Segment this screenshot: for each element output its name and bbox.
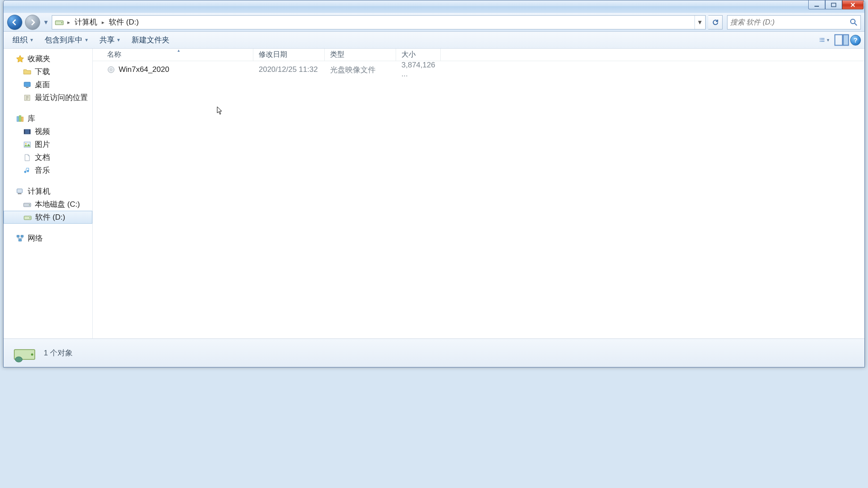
include-library-menu[interactable]: 包含到库中▼ xyxy=(39,33,94,47)
library-header[interactable]: 库 xyxy=(4,112,92,125)
svg-point-4 xyxy=(851,19,855,24)
drive-large-icon xyxy=(12,342,37,364)
search-input[interactable] xyxy=(730,16,850,29)
help-button[interactable]: ? xyxy=(850,35,861,46)
star-icon xyxy=(16,55,24,63)
item-label: 软件 (D:) xyxy=(35,212,65,222)
svg-rect-0 xyxy=(814,6,819,7)
share-menu[interactable]: 共享▼ xyxy=(94,33,126,47)
svg-point-36 xyxy=(15,357,22,362)
address-dropdown[interactable]: ▾ xyxy=(694,16,704,29)
svg-point-23 xyxy=(25,143,27,144)
refresh-button[interactable] xyxy=(708,15,723,29)
nav-history-dropdown[interactable]: ▾ xyxy=(43,18,49,26)
disc-image-icon xyxy=(107,66,115,74)
desktop-icon xyxy=(23,81,31,89)
newfolder-label: 新建文件夹 xyxy=(132,35,169,45)
column-date[interactable]: 修改日期 xyxy=(253,49,325,61)
item-label: 最近访问的位置 xyxy=(35,92,88,103)
svg-rect-14 xyxy=(26,87,29,88)
file-date: 2020/12/25 11:32 xyxy=(253,65,325,74)
navigation-pane: 收藏夹 下载 桌面 最近访问的位置 库 视频 图片 文档 音乐 计算机 xyxy=(4,49,93,338)
svg-rect-11 xyxy=(835,35,843,46)
svg-point-37 xyxy=(31,353,33,355)
svg-rect-18 xyxy=(21,117,23,121)
organize-menu[interactable]: 组织▼ xyxy=(7,33,39,47)
file-name: Win7x64_2020 xyxy=(119,65,169,74)
svg-rect-25 xyxy=(18,193,21,194)
column-size[interactable]: 大小 xyxy=(396,49,441,61)
sidebar-item-documents[interactable]: 文档 xyxy=(4,151,92,164)
file-list[interactable]: Win7x64_2020 2020/12/25 11:32 光盘映像文件 3,8… xyxy=(93,61,864,338)
sidebar-item-downloads[interactable]: 下载 xyxy=(4,65,92,78)
sidebar-item-videos[interactable]: 视频 xyxy=(4,125,92,138)
item-label: 视频 xyxy=(35,126,50,137)
computer-label: 计算机 xyxy=(28,186,50,196)
maximize-button[interactable] xyxy=(825,0,842,9)
video-icon xyxy=(23,128,31,136)
nav-bar: ▾ ▸ 计算机 ▸ 软件 (D:) ▾ xyxy=(4,13,864,32)
sidebar-item-desktop[interactable]: 桌面 xyxy=(4,78,92,91)
svg-rect-17 xyxy=(19,116,21,121)
forward-button[interactable] xyxy=(25,15,40,30)
svg-rect-19 xyxy=(24,129,30,134)
back-button[interactable] xyxy=(7,15,22,30)
breadcrumb-computer[interactable]: 计算机 xyxy=(72,16,100,29)
sidebar-item-drive-d[interactable]: 软件 (D:) xyxy=(4,211,92,224)
item-label: 图片 xyxy=(35,139,50,150)
svg-rect-9 xyxy=(820,41,821,42)
svg-rect-21 xyxy=(29,129,30,134)
drive-icon xyxy=(24,213,32,221)
svg-rect-32 xyxy=(19,239,21,241)
file-row[interactable]: Win7x64_2020 2020/12/25 11:32 光盘映像文件 3,8… xyxy=(93,63,864,76)
list-icon xyxy=(819,37,825,44)
minimize-button[interactable] xyxy=(808,0,825,9)
column-name[interactable]: 名称▴ xyxy=(102,49,253,61)
library-icon xyxy=(16,115,24,123)
item-label: 桌面 xyxy=(35,79,50,90)
column-type[interactable]: 类型 xyxy=(325,49,396,61)
svg-rect-6 xyxy=(821,38,824,38)
svg-point-34 xyxy=(110,69,112,71)
file-size: 3,874,126 ... xyxy=(396,61,441,79)
toolbar: 组织▼ 包含到库中▼ 共享▼ 新建文件夹 ▼ ? xyxy=(4,32,864,49)
close-button[interactable] xyxy=(842,0,864,9)
computer-icon xyxy=(16,188,24,196)
svg-rect-5 xyxy=(820,38,821,38)
status-bar: 1 个对象 xyxy=(4,338,864,367)
svg-point-29 xyxy=(29,217,30,218)
new-folder-button[interactable]: 新建文件夹 xyxy=(126,33,175,47)
address-bar[interactable]: ▸ 计算机 ▸ 软件 (D:) ▾ xyxy=(52,15,706,29)
network-header[interactable]: 网络 xyxy=(4,232,92,245)
svg-rect-16 xyxy=(17,117,19,121)
svg-point-27 xyxy=(29,204,30,205)
sidebar-item-drive-c[interactable]: 本地磁盘 (C:) xyxy=(4,198,92,211)
chevron-right-icon: ▸ xyxy=(100,19,106,25)
sidebar-item-music[interactable]: 音乐 xyxy=(4,164,92,177)
svg-rect-24 xyxy=(17,189,22,193)
preview-pane-button[interactable] xyxy=(834,34,849,46)
status-count: 1 个对象 xyxy=(44,348,73,358)
svg-rect-20 xyxy=(24,129,25,134)
sidebar-item-recent[interactable]: 最近访问的位置 xyxy=(4,91,92,104)
item-label: 本地磁盘 (C:) xyxy=(35,199,80,209)
search-box[interactable] xyxy=(727,15,861,29)
content-area: 收藏夹 下载 桌面 最近访问的位置 库 视频 图片 文档 音乐 计算机 xyxy=(4,49,864,338)
view-mode-button[interactable]: ▼ xyxy=(817,34,832,46)
folder-icon xyxy=(23,68,31,76)
computer-header[interactable]: 计算机 xyxy=(4,185,92,198)
breadcrumb-drive[interactable]: 软件 (D:) xyxy=(106,16,141,29)
drive-icon xyxy=(23,200,31,209)
drive-icon xyxy=(55,18,64,26)
svg-rect-7 xyxy=(820,39,821,40)
file-list-pane: 名称▴ 修改日期 类型 大小 Win7x64_2020 2020/12/25 1… xyxy=(93,49,864,338)
network-icon xyxy=(16,234,24,242)
svg-rect-22 xyxy=(24,142,30,147)
favorites-header[interactable]: 收藏夹 xyxy=(4,52,92,65)
include-label: 包含到库中 xyxy=(45,35,83,45)
column-headers: 名称▴ 修改日期 类型 大小 xyxy=(93,49,864,61)
picture-icon xyxy=(23,141,31,149)
computer-group: 计算机 本地磁盘 (C:) 软件 (D:) xyxy=(4,185,92,224)
chevron-right-icon: ▸ xyxy=(66,19,72,25)
sidebar-item-pictures[interactable]: 图片 xyxy=(4,138,92,151)
